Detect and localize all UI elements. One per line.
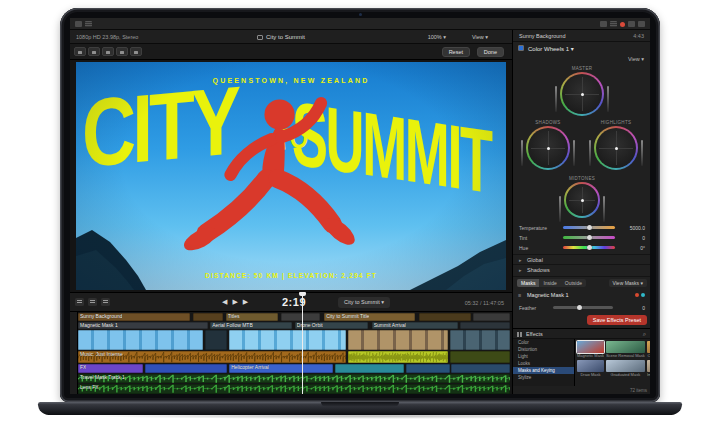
- effect-enabled-checkbox[interactable]: [518, 45, 524, 51]
- chevron-right-icon[interactable]: ▸: [519, 267, 522, 273]
- index-icon[interactable]: [75, 298, 84, 306]
- effects-category[interactable]: Looks: [513, 360, 574, 367]
- effect-thumbnail[interactable]: [647, 341, 650, 353]
- chevron-right-icon[interactable]: ▸: [519, 257, 522, 263]
- wheel-slider[interactable]: [607, 86, 609, 112]
- timeline-clip[interactable]: [78, 330, 203, 349]
- inspector-toggle-icon[interactable]: [638, 21, 645, 27]
- slider-knob[interactable]: [587, 225, 592, 230]
- timeline-clip[interactable]: [473, 313, 510, 321]
- slider-knob[interactable]: [577, 305, 582, 310]
- timeline-clip[interactable]: Drone Orbit: [295, 322, 368, 330]
- timeline-clip[interactable]: Summit Arrival: [372, 322, 458, 330]
- effects-category[interactable]: Color: [513, 339, 574, 346]
- wheels-view-dropdown[interactable]: View ▾: [628, 56, 644, 62]
- timeline-clip[interactable]: Travel Mask Track 1: [78, 374, 510, 384]
- list-icon[interactable]: [85, 21, 92, 27]
- effect-item[interactable]: Image Mask: [647, 360, 650, 377]
- timeline-clip[interactable]: Sunny Background: [78, 313, 190, 321]
- crop-tool-icon[interactable]: [116, 47, 128, 56]
- timeline-clip[interactable]: Music: Just Intense: [78, 351, 346, 364]
- effect-item[interactable]: Color Mask: [647, 341, 650, 358]
- timeline-clip[interactable]: [460, 322, 510, 330]
- mask-item-row[interactable]: ≡ Magnetic Mask 1: [513, 290, 650, 300]
- trim-icon[interactable]: [101, 298, 110, 306]
- effect-thumbnail[interactable]: [647, 360, 650, 372]
- reset-button[interactable]: Reset: [442, 47, 470, 57]
- feather-slider-row[interactable]: Feather 0: [513, 302, 650, 312]
- effect-thumbnail[interactable]: [606, 360, 645, 372]
- effects-category[interactable]: Masks and Keying: [513, 367, 574, 374]
- timeline-clip[interactable]: [145, 364, 227, 373]
- record-icon[interactable]: [620, 22, 625, 27]
- timeline-clip[interactable]: Titles: [226, 313, 278, 321]
- tools-icon[interactable]: [88, 298, 97, 306]
- mask-teal-dot[interactable]: [641, 293, 645, 297]
- color-wheels-title[interactable]: Color Wheels 1 ▾: [528, 45, 574, 52]
- timeline-clip[interactable]: [419, 313, 471, 321]
- effect-thumbnail[interactable]: [606, 341, 645, 353]
- mask-red-dot[interactable]: [635, 293, 639, 297]
- timeline-clip[interactable]: Magnetic Mask 1: [78, 322, 208, 330]
- zoom-dropdown[interactable]: 100% ▾: [428, 34, 446, 40]
- window-icon[interactable]: [75, 21, 82, 27]
- effect-thumbnail[interactable]: [577, 341, 604, 353]
- temperature-slider[interactable]: Temperature 5000.0: [513, 222, 650, 232]
- viewer-canvas[interactable]: QUEENSTOWN, NEW ZEALAND CITY TO SUMMIT: [76, 62, 506, 290]
- view-masks-button[interactable]: View Masks ▾: [609, 279, 647, 287]
- effects-category[interactable]: Light: [513, 353, 574, 360]
- tint-slider[interactable]: Tint 0: [513, 232, 650, 242]
- shadows-group-row[interactable]: ▸ Shadows: [513, 264, 650, 274]
- timeline-clip[interactable]: Helicopter Arrival: [229, 364, 333, 373]
- highlights-wheel[interactable]: HIGHLIGHTS: [592, 120, 640, 170]
- slider-knob[interactable]: [587, 235, 592, 240]
- mask-tool-icon[interactable]: [102, 47, 114, 56]
- more-tool-icon[interactable]: [130, 47, 142, 56]
- color-tool-icon[interactable]: [74, 47, 86, 56]
- timeline-clip[interactable]: [450, 330, 510, 349]
- timeline-clip[interactable]: [229, 330, 346, 349]
- timeline-clip[interactable]: Lens FX: [78, 384, 510, 394]
- effect-item[interactable]: Draw Mask: [577, 360, 604, 377]
- view-dropdown[interactable]: View ▾: [472, 34, 488, 40]
- done-button[interactable]: Done: [477, 47, 504, 57]
- timeline-clip[interactable]: [281, 313, 320, 321]
- timeline-clip[interactable]: [406, 364, 449, 373]
- timeline-clip[interactable]: [348, 351, 447, 364]
- tasks-icon[interactable]: [610, 21, 617, 27]
- wheel-slider[interactable]: [521, 140, 523, 166]
- effect-item[interactable]: Graduated Mask: [606, 360, 645, 377]
- previous-frame-icon[interactable]: ◀: [222, 298, 227, 306]
- tab-masks[interactable]: Masks: [517, 279, 539, 287]
- tab-inside[interactable]: Inside: [539, 279, 560, 287]
- playhead[interactable]: [302, 294, 303, 394]
- effect-thumbnail[interactable]: [577, 360, 604, 372]
- timeline-clip[interactable]: [450, 351, 510, 364]
- save-effects-preset-button[interactable]: Save Effects Preset: [587, 315, 647, 325]
- wheel-slider[interactable]: [559, 196, 561, 222]
- timeline[interactable]: Sunny BackgroundTitlesCity to Summit Tit…: [70, 312, 510, 394]
- display-icon[interactable]: [600, 21, 607, 27]
- timeline-clip[interactable]: [451, 364, 510, 373]
- wheel-slider[interactable]: [603, 196, 605, 222]
- timeline-clip[interactable]: [193, 313, 223, 321]
- wheel-slider[interactable]: [589, 140, 591, 166]
- slider-knob[interactable]: [587, 245, 592, 250]
- hue-slider[interactable]: Hue 0°: [513, 242, 650, 252]
- effects-category[interactable]: Distortion: [513, 346, 574, 353]
- timeline-clip[interactable]: [205, 330, 227, 349]
- effect-item[interactable]: Magnetic Mask: [577, 341, 604, 358]
- master-wheel[interactable]: MASTER: [558, 66, 606, 116]
- timeline-clip[interactable]: Aerial Follow MTB: [210, 322, 292, 330]
- global-group-row[interactable]: ▸ Global: [513, 254, 650, 264]
- wheel-slider[interactable]: [555, 86, 557, 112]
- timeline-project-selector[interactable]: City to Summit ▾: [338, 297, 390, 308]
- next-frame-icon[interactable]: ▶: [243, 298, 248, 306]
- search-icon[interactable]: ⌕: [643, 331, 646, 338]
- wheel-slider[interactable]: [573, 140, 575, 166]
- midtones-wheel[interactable]: MIDTONES: [562, 176, 602, 218]
- tab-outside[interactable]: Outside: [561, 279, 586, 287]
- timeline-clip[interactable]: City to Summit Title: [324, 313, 415, 321]
- play-icon[interactable]: ▶: [232, 298, 237, 306]
- effects-category[interactable]: Stylize: [513, 374, 574, 381]
